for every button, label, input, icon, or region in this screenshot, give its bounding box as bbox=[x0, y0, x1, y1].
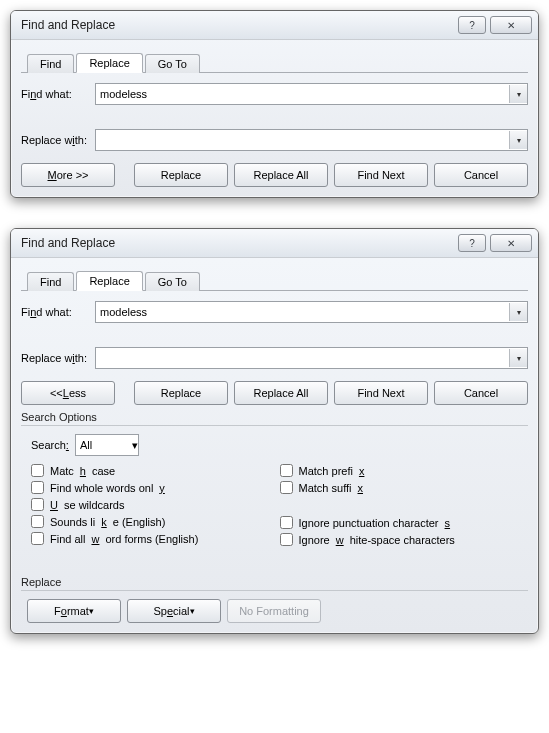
find-what-row: Find what: ▾ bbox=[21, 301, 528, 323]
replace-with-row: Replace with: ▾ bbox=[21, 347, 528, 369]
match-case-checkbox[interactable]: Match case bbox=[31, 464, 280, 477]
cancel-button[interactable]: Cancel bbox=[434, 163, 528, 187]
find-what-dropdown-button[interactable]: ▾ bbox=[509, 303, 527, 321]
options-left-column: Match case Find whole words only Use wil… bbox=[31, 464, 280, 546]
dialog-title: Find and Replace bbox=[21, 236, 115, 250]
options-right-column: Match prefix Match suffix Ignore punctua… bbox=[280, 464, 529, 546]
help-button[interactable]: ? bbox=[458, 16, 486, 34]
less-button[interactable]: << Less bbox=[21, 381, 115, 405]
search-direction-combo[interactable]: All ▾ bbox=[75, 434, 139, 456]
match-suffix-checkbox[interactable]: Match suffix bbox=[280, 481, 529, 494]
replace-with-label: Replace with: bbox=[21, 134, 95, 146]
find-what-label: Find what: bbox=[21, 306, 95, 318]
sounds-like-checkbox[interactable]: Sounds like (English) bbox=[31, 515, 280, 528]
word-forms-checkbox[interactable]: Find all word forms (English) bbox=[31, 532, 280, 545]
find-next-button[interactable]: Find Next bbox=[334, 163, 428, 187]
dialog-title: Find and Replace bbox=[21, 18, 115, 32]
search-direction-value: All bbox=[76, 439, 132, 451]
window-buttons: ? ✕ bbox=[458, 16, 532, 34]
ignore-punctuation-checkbox[interactable]: Ignore punctuation characters bbox=[280, 516, 529, 529]
find-next-button[interactable]: Find Next bbox=[334, 381, 428, 405]
close-button[interactable]: ✕ bbox=[490, 16, 532, 34]
find-what-dropdown-button[interactable]: ▾ bbox=[509, 85, 527, 103]
search-direction-row: Search: All ▾ bbox=[31, 434, 528, 456]
find-what-combo[interactable]: ▾ bbox=[95, 301, 528, 323]
replace-with-combo[interactable]: ▾ bbox=[95, 347, 528, 369]
format-button-row: Format Special No Formatting bbox=[27, 599, 528, 623]
tab-goto[interactable]: Go To bbox=[145, 272, 200, 291]
options-grid: Match case Find whole words only Use wil… bbox=[31, 464, 528, 546]
match-prefix-checkbox[interactable]: Match prefix bbox=[280, 464, 529, 477]
ignore-whitespace-checkbox[interactable]: Ignore white-space characters bbox=[280, 533, 529, 546]
search-direction-dropdown-button[interactable]: ▾ bbox=[132, 439, 138, 452]
replace-with-input[interactable] bbox=[96, 349, 509, 367]
replace-with-input[interactable] bbox=[96, 131, 509, 149]
replace-with-dropdown-button[interactable]: ▾ bbox=[509, 131, 527, 149]
find-what-combo[interactable]: ▾ bbox=[95, 83, 528, 105]
titlebar[interactable]: Find and Replace ? ✕ bbox=[11, 229, 538, 258]
window-buttons: ? ✕ bbox=[458, 234, 532, 252]
replace-all-button[interactable]: Replace All bbox=[234, 163, 328, 187]
special-button[interactable]: Special bbox=[127, 599, 221, 623]
replace-with-dropdown-button[interactable]: ▾ bbox=[509, 349, 527, 367]
whole-words-checkbox[interactable]: Find whole words only bbox=[31, 481, 280, 494]
wildcards-checkbox[interactable]: Use wildcards bbox=[31, 498, 280, 511]
replace-with-combo[interactable]: ▾ bbox=[95, 129, 528, 151]
no-formatting-button: No Formatting bbox=[227, 599, 321, 623]
find-what-input[interactable] bbox=[96, 303, 509, 321]
replace-with-row: Replace with: ▾ bbox=[21, 129, 528, 151]
find-what-row: Find what: ▾ bbox=[21, 83, 528, 105]
tabstrip: Find Replace Go To bbox=[21, 266, 528, 291]
help-button[interactable]: ? bbox=[458, 234, 486, 252]
search-label: Search: bbox=[31, 439, 69, 451]
find-what-input[interactable] bbox=[96, 85, 509, 103]
tab-goto[interactable]: Go To bbox=[145, 54, 200, 73]
replace-with-label: Replace with: bbox=[21, 352, 95, 364]
cancel-button[interactable]: Cancel bbox=[434, 381, 528, 405]
more-button[interactable]: More >> bbox=[21, 163, 115, 187]
tab-replace[interactable]: Replace bbox=[76, 271, 142, 291]
dialog-content: Find Replace Go To Find what: ▾ Replace … bbox=[11, 40, 538, 197]
find-what-label: Find what: bbox=[21, 88, 95, 100]
search-options-label: Search Options bbox=[21, 409, 528, 423]
close-button[interactable]: ✕ bbox=[490, 234, 532, 252]
tab-replace[interactable]: Replace bbox=[76, 53, 142, 73]
replace-button[interactable]: Replace bbox=[134, 163, 228, 187]
replace-all-button[interactable]: Replace All bbox=[234, 381, 328, 405]
replace-section: Replace Format Special No Formatting bbox=[21, 574, 528, 623]
tab-find[interactable]: Find bbox=[27, 54, 74, 73]
tabstrip: Find Replace Go To bbox=[21, 48, 528, 73]
button-row: More >> Replace Replace All Find Next Ca… bbox=[21, 163, 528, 187]
separator bbox=[21, 425, 528, 426]
titlebar[interactable]: Find and Replace ? ✕ bbox=[11, 11, 538, 40]
tab-find[interactable]: Find bbox=[27, 272, 74, 291]
replace-section-label: Replace bbox=[21, 574, 528, 588]
replace-button[interactable]: Replace bbox=[134, 381, 228, 405]
find-replace-dialog-collapsed: Find and Replace ? ✕ Find Replace Go To … bbox=[10, 10, 539, 198]
separator bbox=[21, 590, 528, 591]
dialog-content: Find Replace Go To Find what: ▾ Replace … bbox=[11, 258, 538, 633]
format-button[interactable]: Format bbox=[27, 599, 121, 623]
button-row: << Less Replace Replace All Find Next Ca… bbox=[21, 381, 528, 405]
find-replace-dialog-expanded: Find and Replace ? ✕ Find Replace Go To … bbox=[10, 228, 539, 634]
